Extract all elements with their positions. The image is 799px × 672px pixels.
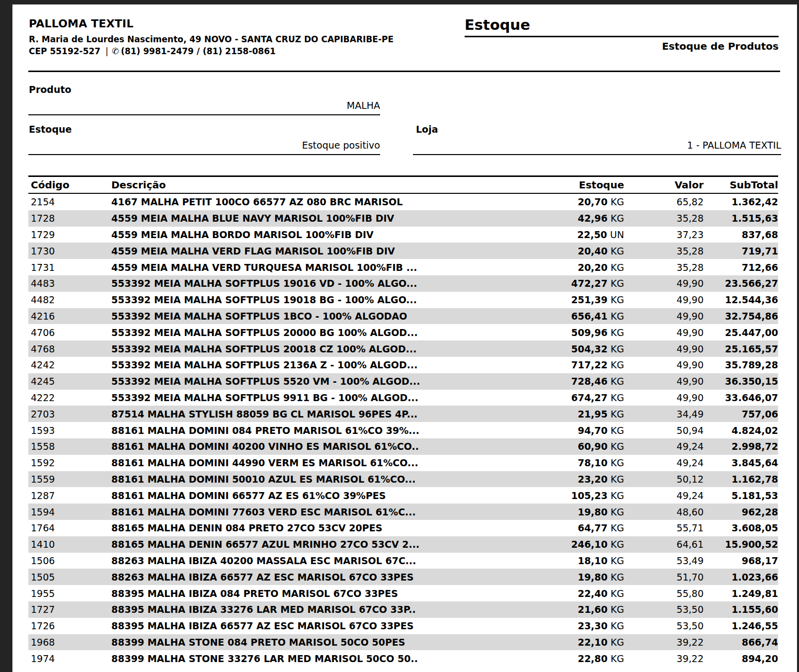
row-estoque-value: 23,30	[578, 620, 608, 631]
row-valor: 53,50	[624, 620, 704, 631]
table-row: 141088165 MALHA DENIN 66577 AZUL MRINHO …	[28, 536, 778, 553]
row-subtotal: 1.362,42	[704, 196, 778, 207]
row-subtotal: 1.155,60	[704, 604, 778, 615]
table-header-row: Código Descrição Estoque Valor SubTotal	[28, 175, 778, 194]
row-estoque-value: 509,96	[571, 327, 607, 338]
row-codigo: 1558	[28, 441, 110, 452]
row-descricao: 88161 MALHA DOMINI 44990 VERM ES MARISOL…	[110, 457, 532, 468]
row-estoque: 472,27 KG	[532, 278, 624, 289]
row-estoque-value: 94,70	[578, 425, 608, 436]
row-estoque-unit: KG	[608, 604, 624, 615]
table-row: 17314559 MEIA MALHA VERD TURQUESA MARISO…	[28, 259, 778, 275]
row-estoque-value: 504,32	[571, 343, 607, 354]
row-descricao: 88399 MALHA STONE 084 PRETO MARISOL 50CO…	[110, 637, 532, 648]
row-descricao: 4559 MEIA MALHA VERD TURQUESA MARISOL 10…	[110, 262, 532, 273]
row-estoque-unit: KG	[608, 409, 624, 420]
row-estoque: 19,80 KG	[532, 572, 624, 583]
produto-field: MALHA	[28, 100, 380, 115]
row-codigo: 1593	[28, 425, 110, 436]
row-valor: 64,61	[624, 539, 704, 550]
row-estoque: 21,60 KG	[532, 604, 624, 615]
company-address: R. Maria de Lourdes Nascimento, 49 NOVO …	[29, 34, 394, 44]
row-codigo: 4706	[28, 327, 110, 338]
row-estoque-value: 20,70	[578, 196, 608, 207]
phone-icon: ✆	[112, 46, 121, 56]
row-subtotal: 3.608,05	[704, 522, 778, 533]
row-valor: 55,71	[624, 522, 704, 533]
row-descricao: 88161 MALHA DOMINI 50010 AZUL ES MARISOL…	[110, 474, 532, 485]
row-valor: 65,82	[624, 196, 704, 207]
row-subtotal: 894,20	[704, 653, 778, 664]
row-valor: 35,28	[624, 246, 704, 256]
row-descricao: 553392 MEIA MALHA SOFTPLUS 2136A Z - 100…	[110, 359, 532, 370]
row-valor: 49,90	[624, 327, 704, 338]
table-body: 21544167 MALHA PETIT 100CO 66577 AZ 080 …	[28, 194, 778, 667]
row-estoque-value: 717,22	[571, 359, 607, 370]
row-subtotal: 968,17	[704, 555, 778, 566]
row-codigo: 1594	[28, 506, 110, 517]
row-descricao: 88263 MALHA IBIZA 40200 MASSALA ESC MARI…	[110, 555, 532, 566]
produto-label: Produto	[29, 84, 72, 95]
row-subtotal: 1.249,81	[704, 588, 778, 599]
row-valor: 35,28	[624, 262, 704, 273]
row-estoque: 717,22 KG	[532, 359, 624, 370]
table-row: 4216553392 MEIA MALHA SOFTPLUS 1BCO - 10…	[28, 308, 778, 325]
row-descricao: 553392 MEIA MALHA SOFTPLUS 20000 BG 100%…	[110, 327, 532, 338]
row-codigo: 4482	[28, 294, 110, 305]
table-row: 21544167 MALHA PETIT 100CO 66577 AZ 080 …	[28, 194, 778, 210]
report-title-block: Estoque Estoque de Produtos	[465, 16, 779, 52]
row-estoque-unit: KG	[608, 343, 624, 354]
row-estoque-value: 105,23	[571, 490, 607, 501]
company-cep: CEP 55192-527	[29, 46, 100, 56]
row-subtotal: 757,06	[704, 409, 778, 420]
row-estoque-unit: KG	[608, 539, 624, 550]
row-subtotal: 23.566,27	[704, 278, 778, 289]
table-row: 172788395 MALHA IBIZA 33276 LAR MED MARI…	[28, 601, 778, 618]
row-estoque-unit: UN	[607, 229, 624, 240]
row-valor: 39,22	[624, 637, 704, 648]
row-estoque: 251,39 KG	[532, 294, 624, 305]
row-descricao: 88161 MALHA DOMINI 40200 VINHO ES MARISO…	[110, 441, 532, 452]
row-subtotal: 33.646,07	[704, 392, 778, 403]
row-subtotal: 35.789,28	[704, 359, 778, 370]
row-subtotal: 4.824,02	[704, 425, 778, 436]
row-estoque: 78,10 KG	[532, 457, 624, 468]
row-estoque: 22,50 UN	[532, 229, 624, 240]
table-row: 155888161 MALHA DOMINI 40200 VINHO ES MA…	[28, 438, 778, 455]
row-estoque-unit: KG	[608, 506, 624, 517]
row-descricao: 4559 MEIA MALHA BLUE NAVY MARISOL 100%FI…	[110, 213, 532, 224]
table-row: 128788161 MALHA DOMINI 66577 AZ ES 61%CO…	[28, 487, 778, 504]
company-header: PALLOMA TEXTIL R. Maria de Lourdes Nasci…	[29, 17, 394, 56]
row-estoque-unit: KG	[608, 278, 624, 289]
table-row: 159288161 MALHA DOMINI 44990 VERM ES MAR…	[28, 455, 778, 471]
row-valor: 55,80	[624, 588, 704, 599]
row-valor: 49,90	[624, 359, 704, 370]
row-codigo: 1731	[28, 262, 110, 273]
separator: |	[100, 46, 112, 56]
loja-label: Loja	[416, 124, 438, 135]
row-estoque-value: 251,39	[571, 294, 607, 305]
row-codigo: 2703	[28, 409, 110, 420]
row-codigo: 4222	[28, 392, 110, 403]
row-estoque-value: 64,77	[578, 522, 608, 533]
row-estoque-unit: KG	[608, 359, 624, 370]
col-header-codigo: Código	[28, 179, 110, 191]
row-estoque: 23,30 KG	[532, 620, 624, 631]
row-estoque-value: 20,20	[578, 262, 608, 273]
row-codigo: 4768	[28, 343, 110, 354]
row-valor: 49,90	[624, 376, 704, 387]
row-estoque-unit: KG	[608, 490, 624, 501]
table-row: 17294559 MEIA MALHA BORDO MARISOL 100%FI…	[28, 227, 778, 243]
row-descricao: 88161 MALHA DOMINI 66577 AZ ES 61%CO 39%…	[110, 490, 532, 501]
row-estoque: 20,70 KG	[532, 196, 624, 207]
row-estoque-unit: KG	[608, 522, 624, 533]
row-codigo: 4242	[28, 359, 110, 370]
row-estoque-unit: KG	[608, 572, 624, 583]
row-estoque-unit: KG	[608, 376, 624, 387]
row-subtotal: 36.350,15	[704, 376, 778, 387]
row-subtotal: 719,71	[704, 246, 778, 256]
row-estoque-unit: KG	[608, 555, 624, 566]
row-subtotal: 1.246,55	[704, 620, 778, 631]
row-codigo: 1974	[28, 653, 110, 664]
row-codigo: 1506	[28, 555, 110, 566]
